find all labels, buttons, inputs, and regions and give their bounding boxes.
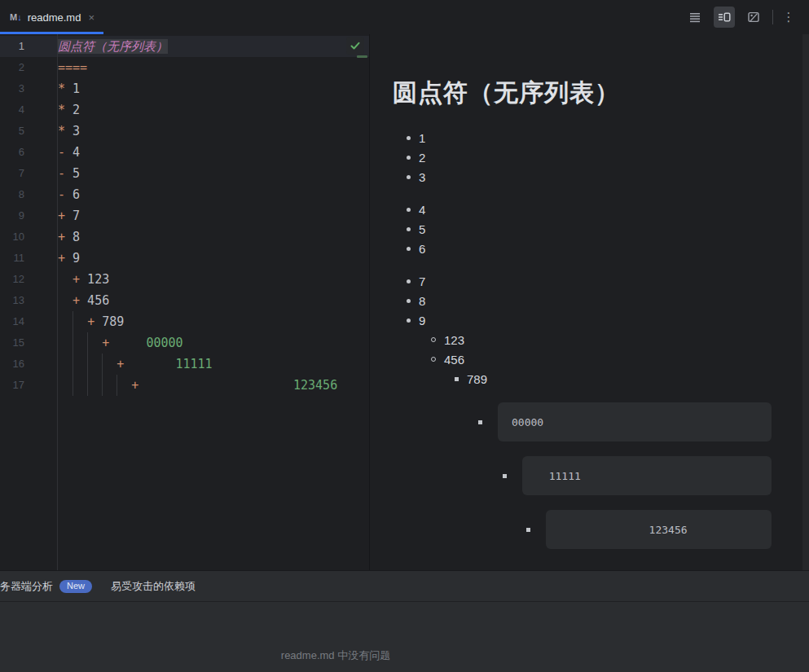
ide-window: M↓ readme.md × xyxy=(0,0,809,672)
editor-line[interactable]: 1圆点符（无序列表） xyxy=(0,36,369,57)
code-block: 11111 xyxy=(522,456,772,495)
problems-tab-bar: 务器端分析 New 易受攻击的依赖项 xyxy=(0,571,809,602)
more-options-button[interactable]: ⋮ xyxy=(781,10,796,24)
editor-line[interactable]: 8- 6 xyxy=(0,184,369,205)
editor-line[interactable]: 14 + 789 xyxy=(0,311,369,332)
tab-server-side-analysis[interactable]: 务器端分析 New xyxy=(0,579,92,594)
preview-list-item: 8 xyxy=(370,291,809,310)
show-editor-only-button[interactable] xyxy=(684,7,706,28)
preview-list-item: 789 xyxy=(370,369,809,389)
preview-list-item: 6 xyxy=(370,239,809,258)
editor-line[interactable]: 15 + 00000 xyxy=(0,332,369,354)
code-token: 3 xyxy=(65,124,80,138)
line-number: 14 xyxy=(0,311,24,332)
preview-list: 12345678912345678900000 11111 123456 xyxy=(370,128,809,549)
list-item-text: 7 xyxy=(419,275,425,288)
code-token xyxy=(138,378,293,393)
code-token xyxy=(58,378,131,393)
editor-line[interactable]: 3* 1 xyxy=(0,78,369,99)
code-token: + xyxy=(58,230,65,244)
editor-line[interactable]: 7- 5 xyxy=(0,163,369,184)
editor-and-preview-icon xyxy=(718,11,731,24)
code-token: 123456 xyxy=(293,378,337,393)
editor-line[interactable]: 2==== xyxy=(0,57,369,78)
tab-title: readme.md xyxy=(28,11,81,24)
editor-line[interactable]: 13 + 456 xyxy=(0,290,369,311)
show-preview-only-button[interactable] xyxy=(743,7,764,28)
indent-guide xyxy=(87,354,88,375)
editor-line[interactable]: 10+ 8 xyxy=(0,226,369,248)
scrollbar-track[interactable] xyxy=(802,34,809,603)
new-badge: New xyxy=(59,580,92,593)
preview-list-item: 456 xyxy=(370,349,809,369)
editor-line[interactable]: 9+ 7 xyxy=(0,205,369,226)
line-number: 15 xyxy=(0,332,24,354)
editor-line[interactable]: 12 + 123 xyxy=(0,269,369,290)
line-number: 5 xyxy=(0,121,24,142)
list-item-text: 789 xyxy=(467,372,487,386)
show-editor-and-preview-button[interactable] xyxy=(714,7,735,28)
bullet-square-icon xyxy=(526,528,530,532)
editor-line[interactable]: 16 + 11111 xyxy=(0,354,369,375)
list-item-text: 9 xyxy=(419,314,425,327)
code-token: 圆点符（无序列表） xyxy=(58,39,168,54)
code-block: 00000 xyxy=(498,402,772,441)
inspection-status-widget[interactable] xyxy=(346,37,364,55)
code-block: 123456 xyxy=(546,510,772,549)
line-number: 17 xyxy=(0,375,24,396)
editor-line[interactable]: 4* 2 xyxy=(0,99,369,121)
tab-readme-md[interactable]: M↓ readme.md × xyxy=(0,0,106,34)
code-token: 5 xyxy=(65,166,80,181)
markdown-editor[interactable]: 1圆点符（无序列表）2====3* 14* 25* 36- 47- 58- 69… xyxy=(0,34,369,570)
line-number: 1 xyxy=(0,36,24,57)
close-tab-icon[interactable]: × xyxy=(88,12,95,23)
editor-line[interactable]: 6- 4 xyxy=(0,142,369,163)
indent-guide xyxy=(73,375,73,396)
list-item-text: 2 xyxy=(419,151,425,165)
bullet-disc-icon xyxy=(407,175,411,179)
code-token: + xyxy=(131,378,138,393)
problems-content: readme.md 中没有问题 xyxy=(0,602,809,672)
line-number: 8 xyxy=(0,184,24,205)
code-token: 456 xyxy=(80,293,109,308)
editor-tab-bar: M↓ readme.md × xyxy=(0,0,809,34)
bullet-disc-icon xyxy=(407,299,411,303)
tab-vulnerable-dependencies[interactable]: 易受攻击的依赖项 xyxy=(111,579,196,594)
bullet-circle-icon xyxy=(431,337,436,342)
editor-line[interactable]: 5* 3 xyxy=(0,121,369,142)
editor-line[interactable]: 17 + 123456 xyxy=(0,375,369,396)
code-token xyxy=(58,272,73,287)
editor-lines: 1圆点符（无序列表）2====3* 14* 25* 36- 47- 58- 69… xyxy=(0,36,369,396)
preview-only-icon xyxy=(747,11,760,24)
preview-list-item: 7 xyxy=(370,271,809,291)
list-item-text: 4 xyxy=(419,203,425,217)
markdown-preview[interactable]: 圆点符（无序列表） 12345678912345678900000 11111 … xyxy=(369,34,809,570)
markdown-file-icon: M↓ xyxy=(10,12,22,22)
line-number: 2 xyxy=(0,57,24,78)
line-number: 3 xyxy=(0,78,24,99)
bullet-square-icon xyxy=(503,474,507,478)
list-item-text: 5 xyxy=(419,222,425,236)
editor-only-icon xyxy=(688,11,701,24)
code-token: * xyxy=(58,103,65,117)
indent-guide xyxy=(102,354,103,375)
code-token xyxy=(109,336,146,350)
bullet-disc-icon xyxy=(407,318,411,323)
analysis-ok-stripe xyxy=(357,55,367,58)
bullet-disc-icon xyxy=(407,247,411,251)
editor-line[interactable]: 11+ 9 xyxy=(0,248,369,269)
preview-code-item: 123456 xyxy=(370,510,809,549)
code-token: + xyxy=(117,357,124,371)
preview-list-item: 9 xyxy=(370,310,809,330)
check-icon xyxy=(350,40,361,51)
code-token: * xyxy=(58,81,65,96)
list-item-text: 123 xyxy=(444,333,464,347)
code-token: + xyxy=(102,336,109,350)
tab-vulnerable-dependencies-label: 易受攻击的依赖项 xyxy=(111,579,196,594)
code-token: 8 xyxy=(65,230,80,244)
indent-guide xyxy=(73,354,73,375)
bullet-square-icon xyxy=(478,420,482,424)
code-token: 123 xyxy=(80,272,109,287)
bullet-disc-icon xyxy=(407,208,411,212)
code-token xyxy=(124,357,175,371)
